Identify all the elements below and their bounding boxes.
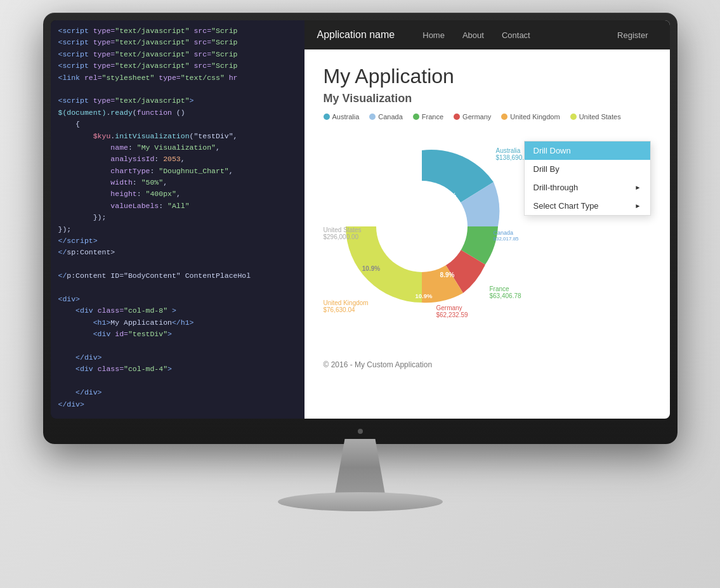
monitor: <script type="text/javascript" src="Scri… xyxy=(43,13,677,444)
monitor-bezel: <script type="text/javascript" src="Scri… xyxy=(51,20,670,419)
pct-us: 10.9% xyxy=(362,265,379,272)
monitor-stand-neck xyxy=(335,439,386,496)
legend-dot-canada xyxy=(369,114,376,120)
label-france: France $63,406.78 xyxy=(490,285,521,299)
web-app-panel: Application name Home About Contact Regi… xyxy=(304,20,670,419)
legend-item-australia: Australia xyxy=(324,113,360,121)
legend-label-australia: Australia xyxy=(332,113,360,121)
nav-link-about[interactable]: About xyxy=(454,20,493,49)
nav-link-register[interactable]: Register xyxy=(608,20,657,49)
chevron-right-icon: ► xyxy=(635,184,641,191)
legend-label-canada: Canada xyxy=(378,113,403,121)
chart-area: 19.8% 8.9% 10.9% 10.9% Australia $138,69 xyxy=(324,128,651,331)
legend-item-canada: Canada xyxy=(369,113,403,121)
context-menu-drill-down[interactable]: Drill Down xyxy=(525,141,650,160)
label-us-name: United States xyxy=(324,226,362,233)
web-content: My Application My Visualization Australi… xyxy=(304,49,670,419)
footer-text: © 2016 - My Custom Application xyxy=(324,350,651,369)
label-france-name: France xyxy=(490,285,521,292)
legend-item-germany: Germany xyxy=(454,113,491,121)
chart-section-title: My Visualization xyxy=(324,92,651,105)
label-germany-name: Germany xyxy=(436,304,468,311)
legend-item-us: United States xyxy=(570,113,621,121)
legend-item-uk: United Kingdom xyxy=(501,113,560,121)
legend-label-germany: Germany xyxy=(462,113,491,121)
label-france-value: $63,406.78 xyxy=(490,292,521,299)
legend-dot-germany xyxy=(454,114,460,120)
legend-label-france: France xyxy=(422,113,443,121)
monitor-stand-base xyxy=(278,492,443,511)
legend-dot-france xyxy=(413,114,419,120)
legend-label-uk: United Kingdom xyxy=(510,113,560,121)
label-germany-value: $62,232.59 xyxy=(436,311,468,318)
monitor-power-indicator xyxy=(358,429,363,434)
legend-dot-australia xyxy=(324,114,330,120)
label-uk: United Kingdom $76,630.04 xyxy=(324,299,369,313)
label-germany: Germany $62,232.59 xyxy=(436,304,468,318)
pct-australia: 19.8% xyxy=(438,192,455,199)
navbar: Application name Home About Contact Regi… xyxy=(304,20,670,49)
nav-link-contact[interactable]: Contact xyxy=(493,20,539,49)
code-editor-panel: <script type="text/javascript" src="Scri… xyxy=(51,20,304,419)
label-us-value: $296,000.00 xyxy=(324,233,362,240)
legend-dot-uk xyxy=(501,114,507,120)
context-menu-drill-by[interactable]: Drill By xyxy=(525,160,650,178)
context-menu-select-chart[interactable]: Select Chart Type ► xyxy=(525,197,650,215)
label-canada: Canada $32,017.85 xyxy=(494,230,519,242)
legend-label-us: United States xyxy=(579,113,621,121)
pct-uk: 10.9% xyxy=(415,292,432,299)
page-title: My Application xyxy=(324,65,651,88)
legend-dot-us xyxy=(570,114,577,120)
chevron-right-icon-2: ► xyxy=(635,202,641,209)
monitor-screen: <script type="text/javascript" src="Scri… xyxy=(51,20,670,419)
label-uk-value: $76,630.04 xyxy=(324,306,369,313)
legend-item-france: France xyxy=(413,113,443,121)
chart-legend: Australia Canada France xyxy=(324,113,651,121)
context-menu-drill-through[interactable]: Drill-through ► xyxy=(525,178,650,197)
label-canada-name: Canada xyxy=(494,230,519,236)
scene: <script type="text/javascript" src="Scri… xyxy=(0,0,720,588)
pct-germany: 8.9% xyxy=(440,271,454,278)
navbar-brand: Application name xyxy=(317,29,395,41)
context-menu: Drill Down Drill By Drill-through ► xyxy=(524,141,651,216)
label-canada-value: $32,017.85 xyxy=(494,236,519,242)
label-uk-name: United Kingdom xyxy=(324,299,369,306)
label-us: United States $296,000.00 xyxy=(324,226,362,240)
nav-link-home[interactable]: Home xyxy=(414,20,454,49)
